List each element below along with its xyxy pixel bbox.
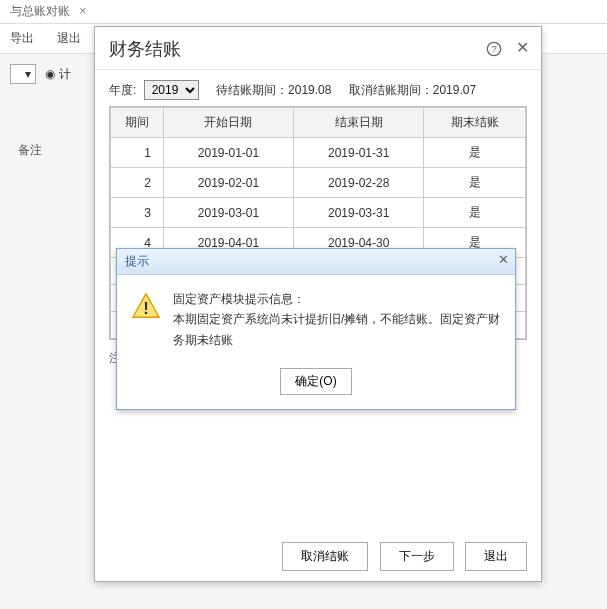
cell-end: 2019-01-31	[294, 138, 424, 168]
table-header-row: 期间 开始日期 结束日期 期末结账	[111, 108, 526, 138]
year-label: 年度:	[109, 83, 136, 97]
cell-closed: 是	[424, 138, 526, 168]
cancel-close-button[interactable]: 取消结账	[282, 542, 368, 571]
exit-button[interactable]: 退出	[465, 542, 527, 571]
export-button[interactable]: 导出	[10, 31, 34, 45]
prompt-line2: 本期固定资产系统尚未计提折旧/摊销，不能结账。固定资产财务期未结账	[173, 309, 501, 350]
prompt-title-text: 提示	[125, 254, 149, 268]
bg-radio-label: 计	[59, 67, 71, 81]
bg-radio[interactable]: ◉ 计	[45, 67, 70, 81]
cell-period: 3	[111, 198, 164, 228]
help-icon[interactable]: ?	[486, 39, 506, 56]
col-end: 结束日期	[294, 108, 424, 138]
svg-text:!: !	[143, 299, 149, 318]
col-start: 开始日期	[163, 108, 293, 138]
dialog-button-bar: 取消结账 下一步 退出	[274, 542, 527, 571]
close-icon[interactable]: ✕	[516, 39, 529, 56]
bg-dropdown[interactable]: ▾	[10, 64, 36, 84]
pending-label: 待结账期间：	[216, 83, 288, 97]
prompt-line1: 固定资产模块提示信息：	[173, 289, 501, 309]
dialog-title-text: 财务结账	[109, 39, 181, 59]
prompt-message: 固定资产模块提示信息： 本期固定资产系统尚未计提折旧/摊销，不能结账。固定资产财…	[173, 289, 501, 350]
table-row[interactable]: 32019-03-012019-03-31是	[111, 198, 526, 228]
year-select[interactable]: 2019	[144, 80, 199, 100]
prompt-title: 提示 ✕	[117, 249, 515, 275]
cell-closed: 是	[424, 198, 526, 228]
prompt-dialog: 提示 ✕ ! 固定资产模块提示信息： 本期固定资产系统尚未计提折旧/摊销，不能结…	[116, 248, 516, 410]
cell-start: 2019-02-01	[163, 168, 293, 198]
cell-closed: 是	[424, 168, 526, 198]
exit-button[interactable]: 退出	[57, 31, 81, 45]
close-icon[interactable]: ×	[79, 4, 86, 18]
cell-start: 2019-03-01	[163, 198, 293, 228]
svg-text:?: ?	[491, 44, 496, 54]
table-row[interactable]: 12019-01-012019-01-31是	[111, 138, 526, 168]
col-period: 期间	[111, 108, 164, 138]
cell-end: 2019-02-28	[294, 168, 424, 198]
params-row: 年度: 2019 待结账期间：2019.08 取消结账期间：2019.07	[95, 70, 541, 106]
col-closed: 期末结账	[424, 108, 526, 138]
dialog-title: 财务结账 ? ✕	[95, 27, 541, 70]
cell-end: 2019-03-31	[294, 198, 424, 228]
bg-tab-title[interactable]: 与总账对账	[10, 4, 70, 18]
cancel-period-label: 取消结账期间：	[349, 83, 433, 97]
ok-button[interactable]: 确定(O)	[280, 368, 351, 395]
warning-icon: !	[131, 291, 161, 321]
cancel-period-value: 2019.07	[433, 83, 476, 97]
next-button[interactable]: 下一步	[380, 542, 454, 571]
table-row[interactable]: 22019-02-012019-02-28是	[111, 168, 526, 198]
cell-period: 2	[111, 168, 164, 198]
cell-period: 1	[111, 138, 164, 168]
bg-remark-label: 备注	[18, 142, 42, 159]
close-icon[interactable]: ✕	[498, 252, 509, 267]
cell-start: 2019-01-01	[163, 138, 293, 168]
bg-tab-bar: 与总账对账 ×	[0, 0, 607, 24]
pending-value: 2019.08	[288, 83, 331, 97]
